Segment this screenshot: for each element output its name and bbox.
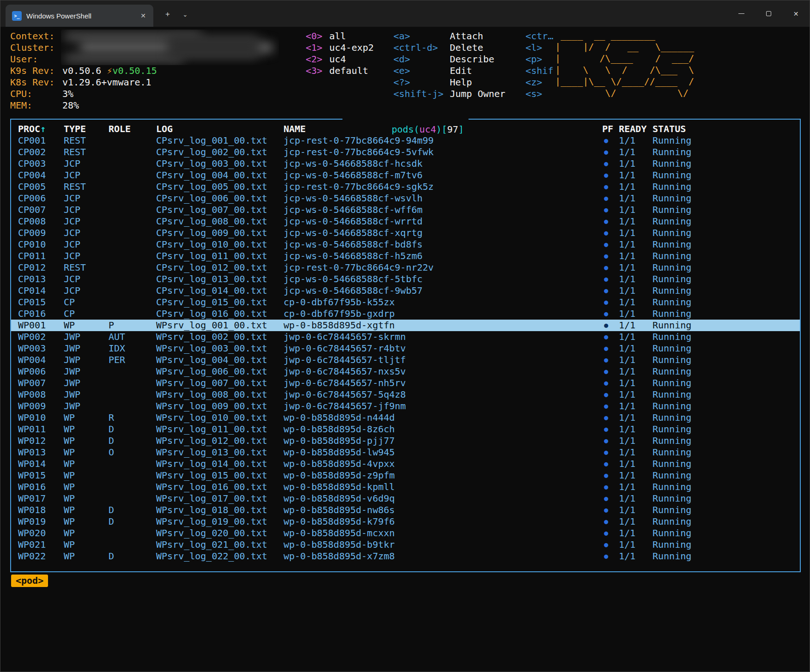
- table-row[interactable]: WP008JWPWPsrv_log_008_00.txtjwp-0-6c7844…: [11, 389, 800, 400]
- new-tab-button[interactable]: +: [160, 7, 175, 22]
- table-cell: Running: [653, 239, 691, 250]
- context-item-uc4-exp2[interactable]: <1>uc4-exp2: [306, 42, 322, 54]
- table-row[interactable]: WP021WPWPsrv_log_021_00.txtwp-0-b858d895…: [11, 539, 800, 551]
- table-row[interactable]: CP013JCPCPsrv_log_013_00.txtjcp-ws-0-546…: [11, 273, 800, 285]
- table-row[interactable]: WP016WPWPsrv_log_016_00.txtwp-0-b858d895…: [11, 481, 800, 493]
- table-cell: 1/1: [619, 193, 635, 204]
- table-row[interactable]: CP009JCPCPsrv_log_009_00.txtjcp-ws-0-546…: [11, 227, 800, 239]
- table-row[interactable]: WP020WPWPsrv_log_020_00.txtwp-0-b858d895…: [11, 527, 800, 539]
- table-row[interactable]: CP015CPCPsrv_log_015_00.txtcp-0-dbf67f95…: [11, 297, 800, 308]
- command-key[interactable]: <ctr…: [526, 30, 553, 42]
- tab-windows-powershell[interactable]: >_ Windows PowerShell ✕: [6, 5, 153, 27]
- table-row[interactable]: WP013WPOWPsrv_log_013_00.txtwp-0-b858d89…: [11, 447, 800, 458]
- command-item[interactable]: <shift-j>Jump Owner: [393, 88, 443, 100]
- table-row[interactable]: CP003JCPCPsrv_log_003_00.txtjcp-ws-0-546…: [11, 158, 800, 170]
- table-row[interactable]: WP012WPDWPsrv_log_012_00.txtwp-0-b858d89…: [11, 435, 800, 447]
- table-row[interactable]: CP001RESTCPsrv_log_001_00.txtjcp-rest-0-…: [11, 135, 800, 146]
- table-row[interactable]: WP018WPDWPsrv_log_018_00.txtwp-0-b858d89…: [11, 504, 800, 516]
- table-row[interactable]: CP005RESTCPsrv_log_005_00.txtjcp-rest-0-…: [11, 181, 800, 193]
- table-cell: 1/1: [619, 297, 635, 308]
- tab-dropdown-button[interactable]: ⌄: [177, 7, 193, 22]
- table-cell: ●: [604, 193, 608, 204]
- table-cell: Running: [653, 158, 691, 170]
- table-row[interactable]: WP015WPWPsrv_log_015_00.txtwp-0-b858d895…: [11, 470, 800, 481]
- table-cell: 1/1: [619, 343, 635, 354]
- close-button[interactable]: ✕: [782, 0, 810, 27]
- table-row[interactable]: WP006JWPWPsrv_log_006_00.txtjwp-0-6c7844…: [11, 366, 800, 377]
- table-cell: wp-0-b858d895d-mcxxn: [284, 527, 395, 539]
- table-cell: WP: [64, 493, 75, 504]
- table-row[interactable]: CP012RESTCPsrv_log_012_00.txtjcp-rest-0-…: [11, 262, 800, 273]
- minimize-button[interactable]: [728, 0, 755, 27]
- table-row[interactable]: CP011JCPCPsrv_log_011_00.txtjcp-ws-0-546…: [11, 250, 800, 262]
- command-key[interactable]: <l>: [526, 42, 553, 54]
- table-row[interactable]: CP008JCPCPsrv_log_008_00.txtjcp-ws-0-546…: [11, 216, 800, 227]
- table-row[interactable]: WP004JWPPERWPsrv_log_004_00.txtjwp-0-6c7…: [11, 354, 800, 366]
- table-cell: WP008: [18, 389, 46, 400]
- table-row[interactable]: WP011WPDWPsrv_log_011_00.txtwp-0-b858d89…: [11, 424, 800, 435]
- table-row[interactable]: WP007JWPWPsrv_log_007_00.txtjwp-0-6c7844…: [11, 377, 800, 389]
- table-cell: WP022: [18, 551, 46, 562]
- command-key[interactable]: <shif: [526, 65, 553, 77]
- table-cell: WP002: [18, 331, 46, 343]
- context-switcher: <0>all<1>uc4-exp2<2>uc4<3>default: [306, 30, 322, 77]
- table-cell: Running: [653, 227, 691, 239]
- table-row[interactable]: WP002JWPAUTWPsrv_log_002_00.txtjwp-0-6c7…: [11, 331, 800, 343]
- table-cell: 1/1: [619, 435, 635, 447]
- table-cell: WPsrv_log_003_00.txt: [156, 343, 267, 354]
- table-cell: CP012: [18, 262, 46, 273]
- context-item-uc4[interactable]: <2>uc4: [306, 54, 322, 65]
- table-cell: ●: [604, 216, 608, 227]
- table-row[interactable]: WP017WPWPsrv_log_017_00.txtwp-0-b858d895…: [11, 493, 800, 504]
- table-cell: CPsrv_log_001_00.txt: [156, 135, 267, 146]
- table-cell: CP: [64, 297, 75, 308]
- table-cell: JCP: [64, 216, 80, 227]
- table-row[interactable]: WP010WPRWPsrv_log_010_00.txtwp-0-b858d89…: [11, 412, 800, 424]
- table-row[interactable]: CP004JCPCPsrv_log_004_00.txtjcp-ws-0-546…: [11, 170, 800, 181]
- table-cell: WP: [64, 539, 75, 551]
- table-row[interactable]: WP003JWPIDXWPsrv_log_003_00.txtjwp-0-6c7…: [11, 343, 800, 354]
- table-cell: WPsrv_log_011_00.txt: [156, 424, 267, 435]
- command-item[interactable]: <?>Help: [393, 77, 443, 88]
- table-cell: jcp-ws-0-54668588cf-bd8fs: [284, 239, 423, 250]
- table-row[interactable]: CP010JCPCPsrv_log_010_00.txtjcp-ws-0-546…: [11, 239, 800, 250]
- table-cell: 1/1: [619, 273, 635, 285]
- table-cell: WP011: [18, 424, 46, 435]
- command-key[interactable]: <p>: [526, 54, 553, 65]
- table-cell: WP: [64, 470, 75, 481]
- table-cell: 1/1: [619, 135, 635, 146]
- table-cell: ●: [604, 527, 608, 539]
- table-cell: ●: [604, 354, 608, 366]
- tab-close-icon[interactable]: ✕: [138, 11, 149, 20]
- breadcrumb-pod[interactable]: <pod>: [11, 575, 48, 587]
- command-key[interactable]: <z>: [526, 77, 553, 88]
- table-cell: CPsrv_log_003_00.txt: [156, 158, 267, 170]
- maximize-button[interactable]: [755, 0, 782, 27]
- column-header: PROC↑: [18, 123, 46, 135]
- table-cell: Running: [653, 273, 691, 285]
- table-row[interactable]: CP007JCPCPsrv_log_007_00.txtjcp-ws-0-546…: [11, 204, 800, 216]
- table-row[interactable]: CP014JCPCPsrv_log_014_00.txtjcp-ws-0-546…: [11, 285, 800, 297]
- command-key[interactable]: <s>: [526, 88, 553, 100]
- k9s-logo: ____ __ ________ | |/ / __ \______ | /\_…: [555, 30, 694, 99]
- table-row[interactable]: CP016CPCPsrv_log_016_00.txtcp-0-dbf67f95…: [11, 308, 800, 320]
- table-cell: CP: [64, 308, 75, 320]
- command-item[interactable]: <a>Attach: [393, 30, 443, 42]
- command-item[interactable]: <d>Describe: [393, 54, 443, 65]
- table-row[interactable]: CP002RESTCPsrv_log_002_00.txtjcp-rest-0-…: [11, 146, 800, 158]
- table-cell: CPsrv_log_007_00.txt: [156, 204, 267, 216]
- table-row[interactable]: CP006JCPCPsrv_log_006_00.txtjcp-ws-0-546…: [11, 193, 800, 204]
- table-row[interactable]: WP014WPWPsrv_log_014_00.txtwp-0-b858d895…: [11, 458, 800, 470]
- table-row[interactable]: WP022WPDWPsrv_log_022_00.txtwp-0-b858d89…: [11, 551, 800, 562]
- table-cell: jcp-ws-0-54668588cf-h5zm6: [284, 250, 423, 262]
- command-item[interactable]: <ctrl-d>Delete: [393, 42, 443, 54]
- table-row[interactable]: WP001WPPWPsrv_log_001_00.txtwp-0-b858d89…: [11, 320, 800, 331]
- table-cell: Running: [653, 504, 691, 516]
- context-item-default[interactable]: <3>default: [306, 65, 322, 77]
- table-cell: Running: [653, 389, 691, 400]
- table-row[interactable]: WP019WPDWPsrv_log_019_00.txtwp-0-b858d89…: [11, 516, 800, 527]
- context-item-all[interactable]: <0>all: [306, 30, 322, 42]
- command-item[interactable]: <e>Edit: [393, 65, 443, 77]
- table-row[interactable]: WP009JWPWPsrv_log_009_00.txtjwp-0-6c7844…: [11, 400, 800, 412]
- table-cell: jwp-0-6c78445657-tljtf: [284, 354, 406, 366]
